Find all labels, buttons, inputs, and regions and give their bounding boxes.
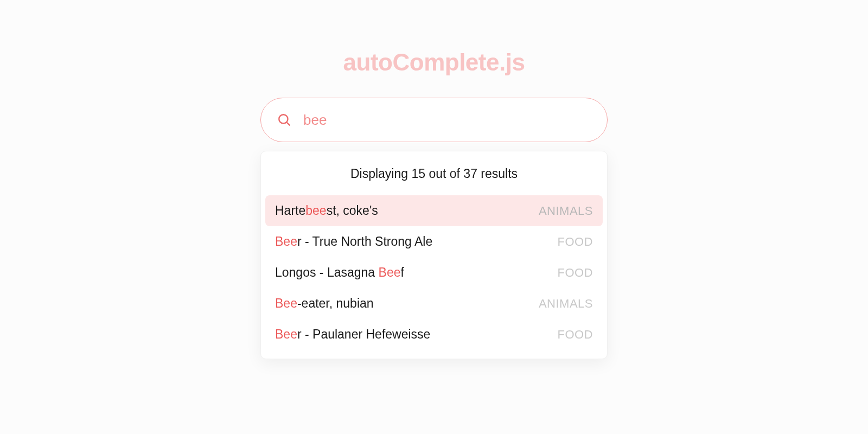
search-icon bbox=[277, 113, 291, 127]
result-category: FOOD bbox=[557, 266, 593, 280]
result-text: Beer - Paulaner Hefeweisse bbox=[275, 327, 430, 342]
search-box[interactable] bbox=[260, 98, 608, 142]
svg-line-1 bbox=[287, 123, 290, 125]
result-category: FOOD bbox=[557, 328, 593, 342]
result-text: Longos - Lasagna Beef bbox=[275, 265, 404, 280]
result-text: Bee-eater, nubian bbox=[275, 296, 374, 311]
result-item[interactable]: Beer - Paulaner HefeweisseFOOD bbox=[265, 319, 603, 350]
result-category: FOOD bbox=[557, 235, 593, 249]
result-category: ANIMALS bbox=[539, 204, 593, 218]
search-container: Displaying 15 out of 37 results Hartebee… bbox=[260, 98, 608, 359]
results-list: Hartebeest, coke'sANIMALSBeer - True Nor… bbox=[265, 195, 603, 350]
result-category: ANIMALS bbox=[539, 297, 593, 311]
search-input[interactable] bbox=[303, 112, 591, 129]
result-item[interactable]: Longos - Lasagna BeefFOOD bbox=[265, 257, 603, 288]
result-text: Hartebeest, coke's bbox=[275, 203, 378, 218]
result-text: Beer - True North Strong Ale bbox=[275, 234, 432, 249]
results-count: Displaying 15 out of 37 results bbox=[265, 167, 603, 181]
result-item[interactable]: Beer - True North Strong AleFOOD bbox=[265, 226, 603, 257]
autocomplete-dropdown: Displaying 15 out of 37 results Hartebee… bbox=[260, 151, 608, 359]
result-item[interactable]: Hartebeest, coke'sANIMALS bbox=[265, 195, 603, 226]
page-title: autoComplete.js bbox=[343, 49, 525, 76]
result-item[interactable]: Bee-eater, nubianANIMALS bbox=[265, 288, 603, 319]
